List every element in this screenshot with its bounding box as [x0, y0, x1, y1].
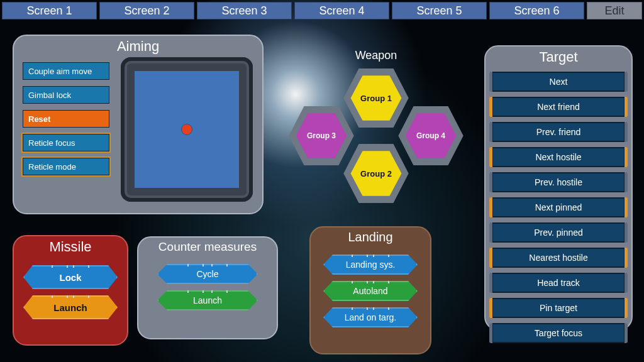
target-pin-target-button[interactable]: Pin target	[492, 298, 625, 318]
landing-title: Landing	[311, 228, 430, 248]
reticle-focus-button[interactable]: Reticle focus	[23, 134, 109, 151]
target-title: Target	[486, 47, 631, 69]
cm-title: Counter measures	[138, 238, 277, 258]
tab-screen-5[interactable]: Screen 5	[392, 2, 487, 19]
gimbal-lock-button[interactable]: Gimbal lock	[23, 86, 109, 104]
target-head-track-button[interactable]: Head track	[492, 273, 625, 293]
tab-screen-3[interactable]: Screen 3	[197, 2, 292, 19]
cm-launch-button[interactable]: Launch	[157, 290, 258, 310]
land-on-target-button[interactable]: Land on targ.	[323, 307, 418, 327]
reticle-dot-icon	[182, 124, 192, 134]
missile-lock-button[interactable]: Lock	[23, 265, 118, 289]
target-panel: Target NextNext friendPrev. friendNext h…	[484, 45, 633, 331]
missile-launch-button[interactable]: Launch	[23, 295, 118, 319]
weapon-panel: Weapon Group 1 Group 2 Group 3 Group 4	[275, 49, 477, 212]
target-next-friend-button[interactable]: Next friend	[492, 97, 625, 117]
weapon-title: Weapon	[275, 49, 477, 62]
reticle-display[interactable]	[121, 57, 253, 202]
target-next-hostile-button[interactable]: Next hostile	[492, 147, 625, 167]
target-prev-friend-button[interactable]: Prev. friend	[492, 122, 625, 142]
aiming-title: Aiming	[14, 36, 262, 58]
missile-panel: Missile Lock Launch	[13, 235, 128, 346]
target-next-pinned-button[interactable]: Next pinned	[492, 197, 625, 217]
landing-panel: Landing Landing sys. Autoland Land on ta…	[309, 226, 431, 354]
tab-screen-4[interactable]: Screen 4	[294, 2, 389, 19]
tab-screen-6[interactable]: Screen 6	[489, 2, 584, 19]
counter-measures-panel: Counter measures Cycle Launch	[137, 236, 278, 339]
missile-title: Missile	[14, 236, 127, 259]
target-next-button[interactable]: Next	[492, 72, 625, 92]
autoland-button[interactable]: Autoland	[323, 281, 418, 301]
reticle-mode-button[interactable]: Reticle mode	[23, 158, 109, 175]
tab-screen-2[interactable]: Screen 2	[99, 2, 194, 19]
target-prev-pinned-button[interactable]: Prev. pinned	[492, 222, 625, 243]
couple-aim-move-button[interactable]: Couple aim move	[23, 62, 109, 80]
aiming-panel: Aiming Couple aim move Gimbal lock Reset…	[13, 35, 264, 214]
tab-screen-1[interactable]: Screen 1	[2, 2, 97, 19]
landing-sys-button[interactable]: Landing sys.	[323, 255, 418, 275]
target-target-focus-button[interactable]: Target focus	[492, 323, 625, 343]
edit-button[interactable]: Edit	[587, 2, 642, 19]
reticle-field	[135, 71, 239, 188]
reset-button[interactable]: Reset	[23, 110, 109, 128]
target-nearest-hostile-button[interactable]: Nearest hostile	[492, 248, 625, 268]
target-prev-hostile-button[interactable]: Prev. hostile	[492, 172, 625, 192]
cm-cycle-button[interactable]: Cycle	[157, 264, 258, 284]
